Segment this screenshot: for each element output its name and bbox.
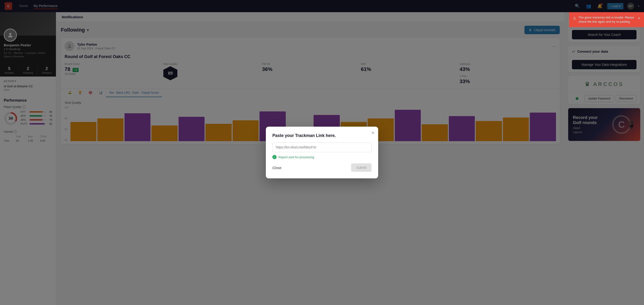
modal-overlay[interactable]: Paste your Trackman Link here. × ✓ Repor…	[0, 0, 644, 305]
toast-message: The given trackman link is invalid. Plea…	[578, 16, 635, 24]
modal-close-x-button[interactable]: ×	[372, 130, 374, 135]
success-text: Report sent for processing	[278, 156, 314, 159]
toast-warning-icon: ⚠	[573, 16, 576, 21]
modal-title: Paste your Trackman Link here.	[272, 133, 372, 138]
toast-close-btn[interactable]: ×	[638, 16, 640, 21]
modal-submit-button[interactable]: Submit	[351, 164, 372, 172]
trackman-link-input[interactable]	[272, 142, 372, 152]
modal-close-button[interactable]: Close	[272, 166, 281, 170]
trackman-modal: Paste your Trackman Link here. × ✓ Repor…	[266, 127, 378, 178]
modal-actions: Close Submit	[272, 164, 372, 172]
success-checkmark-icon: ✓	[272, 155, 276, 159]
error-toast: ⚠ The given trackman link is invalid. Pl…	[569, 12, 644, 27]
success-message: ✓ Report sent for processing	[272, 155, 372, 159]
